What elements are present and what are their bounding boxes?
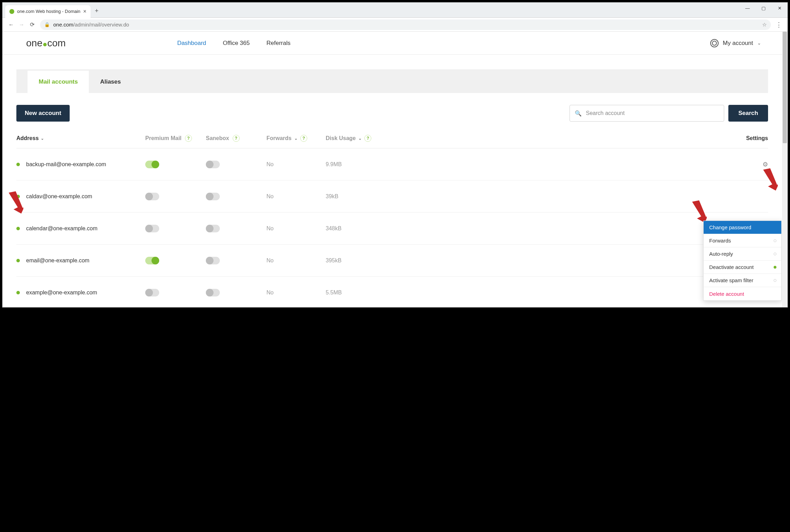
help-icon[interactable]: ? [185, 135, 192, 142]
sanebox-toggle[interactable] [206, 193, 220, 200]
svg-marker-1 [763, 168, 778, 191]
premium-toggle[interactable] [145, 257, 159, 264]
status-dot-icon [16, 291, 20, 294]
nav-referrals[interactable]: Referrals [266, 40, 291, 47]
cell-disk: 5.5MB [326, 290, 395, 296]
column-sanebox: Sanebox? [206, 135, 266, 142]
cell-disk: 9.9MB [326, 161, 395, 168]
cell-settings: ⚙ [395, 161, 768, 168]
table-header: Address⌄ Premium Mail? Sanebox? Forwards… [16, 135, 768, 148]
cell-address: calendar@one-example.com [16, 225, 145, 232]
email-text: calendar@one-example.com [26, 225, 98, 232]
page-tabs: Mail accounts Aliases [16, 69, 768, 93]
help-icon[interactable]: ? [364, 135, 371, 142]
browser-menu-button[interactable]: ⋮ [774, 21, 784, 29]
search-placeholder: Search account [586, 110, 625, 116]
table-row: email@one-example.comNo395kB [16, 245, 768, 277]
top-nav: Dashboard Office 365 Referrals [177, 40, 291, 47]
browser-tab[interactable]: one.com Web hosting - Domain × [5, 5, 91, 18]
window-controls: — ▢ ✕ [739, 2, 788, 14]
cell-forwards: No [266, 193, 326, 200]
cell-sanebox [206, 225, 266, 232]
column-forwards[interactable]: Forwards⌄? [266, 135, 326, 142]
tab-aliases[interactable]: Aliases [89, 71, 132, 93]
cell-forwards: No [266, 161, 326, 168]
cell-forwards: No [266, 225, 326, 232]
sanebox-toggle[interactable] [206, 289, 220, 296]
menu-spam-filter[interactable]: Activate spam filter [704, 274, 781, 287]
premium-toggle[interactable] [145, 225, 159, 232]
chevron-down-icon: ⌄ [41, 136, 44, 141]
cell-disk: 39kB [326, 193, 395, 200]
table-row: example@one-example.comNo5.5MB⚙ [16, 277, 768, 307]
email-text: email@one-example.com [26, 257, 90, 264]
cell-address: email@one-example.com [16, 257, 145, 264]
cell-sanebox [206, 289, 266, 296]
search-input[interactable]: 🔍 Search account [570, 105, 724, 122]
help-icon[interactable]: ? [233, 135, 240, 142]
content: Mail accounts Aliases New account 🔍 Sear… [2, 55, 782, 307]
url-input[interactable]: 🔒 one.com/admin/mail/overview.do ☆ [40, 20, 771, 30]
new-tab-button[interactable]: + [95, 7, 99, 15]
tab-mail-accounts[interactable]: Mail accounts [28, 71, 89, 93]
column-disk[interactable]: Disk Usage⌄? [326, 135, 395, 142]
sanebox-toggle[interactable] [206, 225, 220, 232]
cell-disk: 348kB [326, 225, 395, 232]
premium-toggle[interactable] [145, 193, 159, 200]
nav-office365[interactable]: Office 365 [223, 40, 250, 47]
menu-auto-reply[interactable]: Auto-reply [704, 247, 781, 261]
premium-toggle[interactable] [145, 289, 159, 296]
forward-button[interactable]: → [16, 20, 27, 30]
annotation-arrow-icon [760, 167, 778, 191]
svg-marker-2 [692, 200, 707, 223]
bookmark-icon[interactable]: ☆ [762, 22, 767, 28]
status-indicator-icon [774, 266, 776, 269]
column-premium: Premium Mail? [145, 135, 206, 142]
menu-forwards[interactable]: Forwards [704, 234, 781, 247]
back-button[interactable]: ← [6, 20, 16, 30]
annotation-arrow-icon [6, 190, 23, 214]
minimize-button[interactable]: — [739, 2, 756, 14]
close-tab-icon[interactable]: × [83, 8, 86, 15]
status-indicator-icon [774, 253, 776, 255]
sanebox-toggle[interactable] [206, 257, 220, 264]
cell-premium [145, 257, 206, 264]
menu-delete-account[interactable]: Delete account [704, 287, 781, 300]
cell-premium [145, 289, 206, 296]
cell-premium [145, 225, 206, 232]
email-text: example@one-example.com [26, 290, 97, 296]
new-account-button[interactable]: New account [16, 105, 70, 122]
cell-premium [145, 193, 206, 200]
account-menu[interactable]: My account ⌄ [710, 39, 761, 47]
email-text: caldav@one-example.com [26, 193, 92, 200]
email-text: backup-mail@one-example.com [26, 161, 106, 168]
logo[interactable]: onecom [26, 38, 66, 49]
maximize-button[interactable]: ▢ [756, 2, 772, 14]
status-dot-icon [16, 227, 20, 230]
status-indicator-icon [774, 279, 776, 282]
close-window-button[interactable]: ✕ [772, 2, 788, 14]
site-header: onecom Dashboard Office 365 Referrals My… [2, 32, 782, 55]
search-icon: 🔍 [575, 110, 582, 117]
vertical-scrollbar[interactable] [782, 32, 788, 307]
scrollbar-thumb[interactable] [783, 32, 787, 143]
status-indicator-icon [774, 239, 776, 242]
premium-toggle[interactable] [145, 161, 159, 168]
cell-forwards: No [266, 257, 326, 264]
column-address[interactable]: Address⌄ [16, 135, 145, 141]
menu-change-password[interactable]: Change password [704, 221, 781, 234]
cell-premium [145, 161, 206, 168]
cell-sanebox [206, 161, 266, 168]
reload-button[interactable]: ⟳ [27, 20, 37, 30]
sanebox-toggle[interactable] [206, 161, 220, 168]
search-button[interactable]: Search [728, 105, 768, 122]
cell-address: backup-mail@one-example.com [16, 161, 145, 168]
svg-marker-0 [9, 191, 23, 214]
chevron-down-icon: ⌄ [757, 40, 761, 46]
page-viewport: onecom Dashboard Office 365 Referrals My… [2, 32, 782, 307]
nav-dashboard[interactable]: Dashboard [177, 40, 206, 47]
help-icon[interactable]: ? [300, 135, 307, 142]
tab-title: one.com Web hosting - Domain [17, 9, 80, 14]
menu-deactivate[interactable]: Deactivate account [704, 261, 781, 274]
annotation-arrow-icon [689, 199, 707, 223]
